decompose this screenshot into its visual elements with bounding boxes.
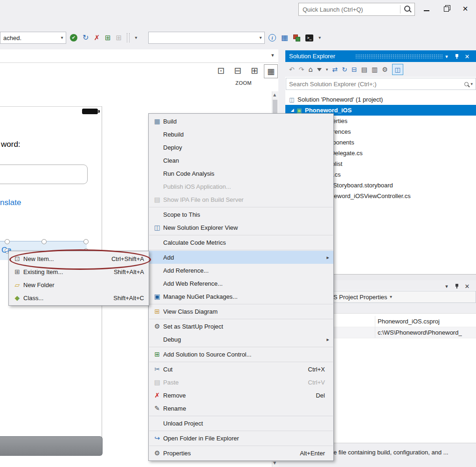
sync-with-active-document-icon[interactable]: ⇄ bbox=[332, 66, 338, 73]
constraints-toggle-button[interactable]: ▦ bbox=[264, 64, 278, 78]
window-position-chevron-icon[interactable]: ▾ bbox=[442, 282, 451, 291]
solution-icon: ◫ bbox=[288, 97, 296, 103]
pin-glyph bbox=[455, 283, 459, 289]
console-icon[interactable]: >_ bbox=[305, 34, 313, 41]
menu-item[interactable]: ▱ New Folder bbox=[9, 278, 149, 291]
pin-icon[interactable] bbox=[452, 282, 462, 291]
minimize-button[interactable] bbox=[420, 3, 434, 15]
menu-item[interactable]: ▤ Paste Ctrl+V bbox=[149, 376, 333, 389]
menu-item[interactable]: ⚙ Set as StartUp Project bbox=[149, 320, 333, 333]
quick-launch-input[interactable] bbox=[299, 6, 400, 13]
property-value[interactable]: Phoneword_iOS.csproj bbox=[375, 318, 440, 325]
scroll-down-icon[interactable]: ▼ bbox=[273, 461, 276, 465]
menu-item[interactable]: Publish iOS Application... bbox=[149, 180, 333, 193]
property-value[interactable]: c:\WS\Phoneword\Phoneword_ bbox=[375, 329, 462, 336]
menu-item[interactable]: ⚙ Properties Alt+Enter bbox=[149, 446, 333, 460]
back-icon[interactable]: ↶ bbox=[289, 66, 295, 73]
menu-item[interactable]: Add bbox=[149, 251, 333, 264]
menu-item[interactable]: ✗ Remove Del bbox=[149, 389, 333, 402]
menu-item[interactable]: ⊞ View Class Diagram bbox=[149, 305, 333, 318]
zoom-fit-icon[interactable]: ⊡ bbox=[217, 66, 225, 75]
show-all-files-icon[interactable]: ▥ bbox=[372, 66, 378, 73]
menu-item-label: Deploy bbox=[163, 144, 182, 151]
collapse-all-icon[interactable]: ⊟ bbox=[352, 66, 357, 73]
selection-handle[interactable] bbox=[5, 239, 10, 244]
menu-item[interactable]: Add Reference... bbox=[149, 264, 333, 277]
search-icon[interactable] bbox=[404, 6, 410, 12]
menu-item[interactable]: ✎ Rename bbox=[149, 402, 333, 415]
preview-selected-items-button[interactable]: ◫ bbox=[392, 64, 403, 75]
menu-separator bbox=[149, 250, 333, 250]
device-combo[interactable]: ached. ▾ bbox=[0, 32, 66, 44]
toolbar-grip[interactable] bbox=[127, 33, 130, 42]
search-chevron-icon[interactable]: ▾ bbox=[470, 82, 473, 86]
drag-grip[interactable] bbox=[355, 54, 443, 59]
window-position-chevron-icon[interactable]: ▾ bbox=[442, 52, 451, 61]
scroll-up-icon[interactable]: ▲ bbox=[273, 93, 276, 97]
configuration-combo[interactable]: ▾ bbox=[148, 32, 265, 44]
open-folder-icon: ↪ bbox=[151, 435, 163, 441]
refresh-icon[interactable]: ↻ bbox=[342, 66, 347, 73]
deploy-icon[interactable]: ⊞ bbox=[105, 34, 111, 41]
menu-item[interactable]: ✂ Cut Ctrl+X bbox=[149, 363, 333, 376]
close-button[interactable]: ✕ bbox=[458, 3, 472, 15]
refresh-icon[interactable]: ↻ bbox=[83, 34, 89, 41]
menu-item[interactable]: ◆ Class... Shift+Alt+C bbox=[9, 291, 149, 304]
tree-item[interactable]: ◫ Solution 'Phoneword' (1 project) bbox=[285, 94, 476, 105]
solution-search-input[interactable] bbox=[286, 81, 464, 88]
quick-launch-box[interactable] bbox=[298, 3, 415, 16]
chevron-down-icon[interactable]: ▾ bbox=[58, 35, 66, 40]
search-icon[interactable] bbox=[464, 82, 469, 86]
menu-item[interactable]: ▤ Show IPA File on Build Server bbox=[149, 193, 333, 206]
menu-item[interactable]: ⊞ Existing Item... Shift+Alt+A bbox=[9, 265, 149, 278]
translate-button-label[interactable]: nslate bbox=[0, 198, 21, 207]
menu-item[interactable]: Scope to This bbox=[149, 208, 333, 221]
phone-number-field[interactable] bbox=[0, 165, 88, 184]
menu-item-label: Scope to This bbox=[163, 211, 200, 218]
build-success-icon[interactable]: ✔ bbox=[70, 34, 77, 41]
menu-item[interactable]: ↪ Open Folder in File Explorer bbox=[149, 432, 333, 445]
grid-view-icon[interactable]: ▦ bbox=[281, 34, 288, 41]
menu-item-label: Existing Item... bbox=[23, 268, 63, 275]
expand-arrow-icon[interactable]: ◢ bbox=[289, 108, 296, 112]
solution-search-box[interactable]: ▾ bbox=[286, 78, 476, 90]
menu-item-label: Publish iOS Application... bbox=[163, 183, 231, 190]
wrench-icon[interactable]: ⚙ bbox=[382, 66, 388, 73]
toolbar-overflow-icon[interactable]: ▾ bbox=[135, 35, 137, 40]
zoom-out-icon[interactable]: ⊟ bbox=[234, 66, 241, 75]
toolbar-overflow-icon[interactable]: ▾ bbox=[318, 35, 321, 40]
menu-item[interactable]: ⊞ Add Solution to Source Control... bbox=[149, 348, 333, 361]
menu-item[interactable]: ▦ Build bbox=[149, 115, 333, 128]
menu-item[interactable]: Debug bbox=[149, 333, 333, 346]
menu-item[interactable]: Unload Project bbox=[149, 417, 333, 430]
restore-button[interactable] bbox=[439, 3, 453, 15]
chevron-down-icon[interactable]: ▾ bbox=[387, 295, 395, 299]
menu-item[interactable]: ⊡ New Item... Ctrl+Shift+A bbox=[9, 252, 149, 265]
menu-item[interactable]: Run Code Analysis bbox=[149, 167, 333, 180]
selection-handle[interactable] bbox=[41, 239, 47, 244]
info-icon[interactable]: i bbox=[269, 34, 276, 41]
filter-chevron-icon[interactable]: ▾ bbox=[326, 68, 328, 72]
close-icon[interactable]: ✕ bbox=[462, 282, 472, 291]
filter-icon[interactable] bbox=[317, 68, 322, 71]
zoom-in-icon[interactable]: ⊞ bbox=[251, 66, 258, 75]
document-list-chevron-icon[interactable]: ▾ bbox=[271, 53, 274, 58]
menu-item[interactable]: Rebuild bbox=[149, 128, 333, 141]
menu-item[interactable]: ▣ Manage NuGet Packages... bbox=[149, 290, 333, 303]
new-folder-icon: ▱ bbox=[11, 282, 23, 288]
menu-item-label: New Folder bbox=[23, 282, 54, 288]
error-list-icon[interactable]: ✗ bbox=[94, 34, 100, 41]
selection-handle[interactable] bbox=[83, 239, 89, 244]
menu-item[interactable]: Deploy bbox=[149, 141, 333, 154]
class-view-icon[interactable] bbox=[293, 34, 300, 41]
menu-item[interactable]: Add Web Reference... bbox=[149, 277, 333, 290]
home-icon[interactable]: ⌂ bbox=[308, 66, 313, 73]
menu-item[interactable]: Clean bbox=[149, 154, 333, 167]
properties-pages-icon[interactable]: ▤ bbox=[361, 66, 367, 73]
chevron-down-icon[interactable]: ▾ bbox=[257, 35, 264, 40]
close-icon[interactable]: ✕ bbox=[462, 52, 472, 61]
forward-icon[interactable]: ↷ bbox=[299, 66, 304, 73]
menu-item[interactable]: ◫ New Solution Explorer View bbox=[149, 221, 333, 234]
pin-icon[interactable] bbox=[452, 52, 462, 61]
menu-item[interactable]: Calculate Code Metrics bbox=[149, 236, 333, 249]
